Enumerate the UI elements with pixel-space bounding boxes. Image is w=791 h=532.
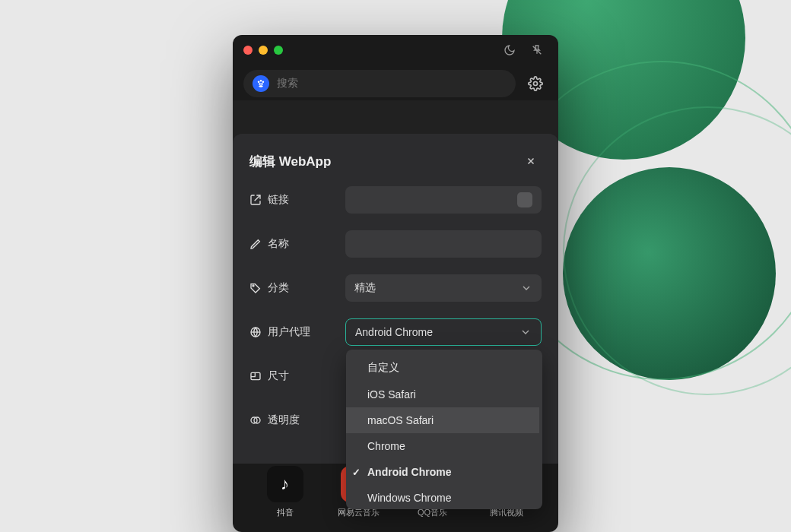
dialog-overlay: 编辑 WebApp 链接 名称 [233, 100, 558, 464]
label-size: 尺寸 [249, 369, 335, 383]
settings-button[interactable] [523, 71, 548, 96]
user-agent-option-label: Chrome [367, 440, 405, 452]
user-agent-option[interactable]: Windows Chrome [346, 485, 539, 509]
link-favicon-placeholder [517, 192, 532, 207]
name-input[interactable] [345, 230, 542, 258]
label-opacity-text: 透明度 [268, 413, 300, 427]
user-agent-select[interactable]: Android Chrome 自定义iOS SafarimacOS Safari… [345, 318, 542, 346]
label-size-text: 尺寸 [268, 369, 289, 383]
label-link: 链接 [249, 193, 335, 207]
row-category: 分类 精选 [249, 274, 542, 302]
label-user-agent-text: 用户代理 [268, 325, 310, 339]
label-category-text: 分类 [268, 281, 289, 295]
user-agent-option-label: Windows Chrome [367, 492, 451, 504]
row-link: 链接 [249, 185, 542, 214]
label-name: 名称 [249, 237, 335, 251]
user-agent-dropdown: 自定义iOS SafarimacOS SafariChrome✓Android … [346, 350, 542, 509]
label-user-agent: 用户代理 [249, 325, 335, 339]
user-agent-option-label: Android Chrome [367, 466, 451, 478]
opacity-icon [249, 414, 262, 426]
baidu-icon [253, 75, 269, 92]
tag-icon [249, 282, 262, 294]
window-controls [243, 46, 283, 55]
category-value: 精选 [354, 281, 376, 295]
globe-icon [249, 326, 262, 338]
svg-point-3 [259, 83, 261, 85]
moon-icon [504, 44, 516, 56]
svg-point-2 [262, 81, 265, 83]
search-input[interactable]: 搜索 [243, 70, 516, 97]
edit-webapp-sheet: 编辑 WebApp 链接 名称 [233, 134, 558, 464]
chevron-down-icon [520, 282, 532, 294]
label-category: 分类 [249, 281, 335, 295]
user-agent-option-label: iOS Safari [367, 388, 416, 401]
theme-toggle-button[interactable] [499, 40, 520, 61]
user-agent-value: Android Chrome [355, 326, 433, 338]
label-opacity: 透明度 [249, 413, 335, 427]
svg-point-1 [260, 80, 262, 82]
dialog-close-button[interactable] [520, 150, 542, 172]
search-placeholder: 搜索 [277, 77, 298, 90]
titlebar [233, 35, 558, 65]
svg-point-5 [534, 82, 538, 86]
category-select[interactable]: 精选 [345, 274, 542, 302]
svg-point-0 [258, 81, 260, 83]
chevron-down-icon [519, 326, 532, 338]
close-icon [526, 156, 536, 166]
link-input[interactable] [345, 186, 542, 214]
external-link-icon [249, 194, 262, 206]
user-agent-option[interactable]: ✓Android Chrome [346, 459, 539, 485]
label-name-text: 名称 [268, 237, 289, 251]
aspect-ratio-icon [249, 370, 262, 382]
label-link-text: 链接 [268, 193, 289, 207]
user-agent-option-label: macOS Safari [367, 414, 434, 426]
pin-toggle-button[interactable] [526, 40, 548, 61]
searchbar-row: 搜索 [233, 65, 558, 102]
user-agent-option[interactable]: macOS Safari [346, 407, 539, 433]
app-label: 抖音 [277, 507, 294, 518]
dialog-title: 编辑 WebApp [249, 153, 331, 170]
app-icon: ♪ [267, 466, 303, 502]
gear-icon [528, 76, 543, 91]
user-agent-option[interactable]: Chrome [346, 433, 539, 459]
app-item[interactable]: ♪抖音 [261, 466, 310, 518]
svg-point-4 [261, 83, 263, 85]
user-agent-option[interactable]: 自定义 [346, 354, 539, 382]
row-user-agent: 用户代理 Android Chrome 自定义iOS SafarimacOS S… [249, 318, 542, 347]
user-agent-option-label: 自定义 [367, 361, 399, 375]
app-window: 搜索 ♪抖音❂网易云音乐♫QQ音乐▶腾讯视频 编辑 WebApp 链接 [233, 35, 558, 532]
pencil-icon [249, 238, 262, 250]
pin-off-icon [531, 44, 543, 56]
row-name: 名称 [249, 230, 542, 258]
check-icon: ✓ [352, 467, 361, 478]
svg-point-6 [253, 285, 254, 287]
minimize-window-button[interactable] [259, 46, 268, 55]
close-window-button[interactable] [243, 46, 253, 55]
user-agent-option[interactable]: iOS Safari [346, 382, 539, 407]
maximize-window-button[interactable] [274, 46, 283, 55]
